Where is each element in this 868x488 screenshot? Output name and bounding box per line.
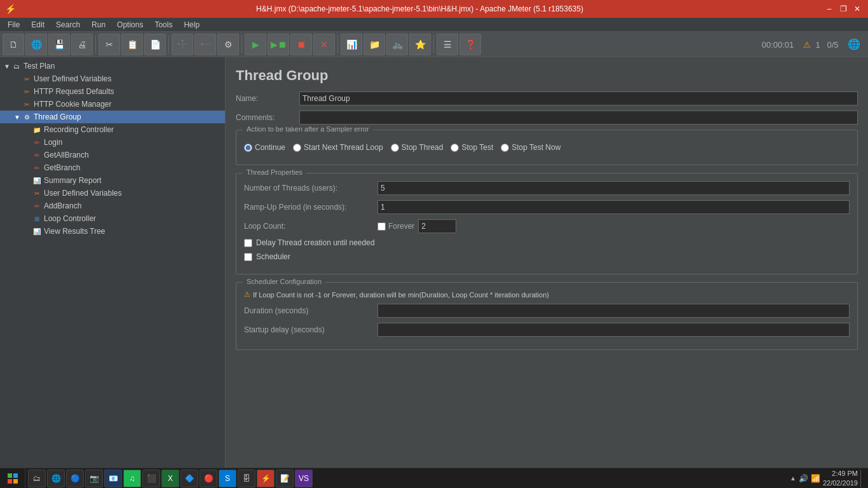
radio-stop-test-now[interactable]: Stop Test Now [501,143,560,152]
sidebar-label-getbranch: GetBranch [44,163,80,172]
paste-button[interactable]: 📄 [144,34,166,55]
sidebar-label-udv2: User Defined Variables [44,189,122,198]
menu-tools[interactable]: Tools [149,19,177,30]
toolbar-sep3 [241,36,242,53]
copy-button[interactable]: 📋 [121,34,143,55]
taskbar-jmeter[interactable]: ⚡ [257,470,275,487]
radio-stop-thread[interactable]: Stop Thread [391,143,444,152]
show-desktop[interactable] [860,470,863,487]
loop-count-row: Loop Count: Forever [244,219,850,233]
sidebar-item-get-all-branch[interactable]: ✏ GetAllBranch [0,149,225,161]
taskbar-apps: 🗂 🌐 🔵 📷 📧 ♫ ⬛ X 🔷 🔴 S 🗄 ⚡ 📝 VS [25,470,790,487]
sidebar-item-udv2[interactable]: ✂ User Defined Variables [0,187,225,200]
sidebar-item-thread-group[interactable]: ▼ ⚙ Thread Group [0,111,225,123]
minimize-button[interactable]: – [824,4,835,14]
sidebar-item-login[interactable]: ✏ Login [0,136,225,149]
save-as-button[interactable]: 🖨 [71,34,93,55]
remote-start-button[interactable]: 📊 [341,34,362,55]
menu-help[interactable]: Help [179,19,205,30]
taskbar-outlook[interactable]: 📧 [104,470,122,487]
menu-run[interactable]: Run [86,19,111,30]
delay-thread-label: Delay Thread creation until needed [256,238,375,247]
taskbar-vs[interactable]: VS [295,470,313,487]
toggle-test-plan[interactable]: ▼ [3,63,11,70]
shutdown-button[interactable]: ✕ [313,34,335,55]
loop-count-input[interactable] [418,219,456,233]
taskbar-skype[interactable]: S [219,470,236,487]
add-button[interactable]: ➕ [172,34,193,55]
scheduler-checkbox[interactable] [244,253,252,261]
restore-button[interactable]: ❐ [837,4,849,14]
duration-input[interactable] [377,304,850,318]
stop-button[interactable]: ⏹ [290,34,312,55]
sidebar-item-cookie-manager[interactable]: ✂ HTTP Cookie Manager [0,98,225,111]
getallbranch-icon: ✏ [32,150,42,160]
sidebar-item-add-branch[interactable]: ✏ AddBranch [0,200,225,212]
sidebar-item-view-results-tree[interactable]: 📊 View Results Tree [0,225,225,238]
remote-start-all-button[interactable]: 📁 [363,34,385,55]
menu-edit[interactable]: Edit [26,19,50,30]
sidebar-item-recording-controller[interactable]: 📁 Recording Controller [0,123,225,136]
radio-stop-test[interactable]: Stop Test [451,143,493,152]
delay-thread-checkbox[interactable] [244,239,252,247]
remove-button[interactable]: ➖ [194,34,216,55]
startup-delay-input[interactable] [377,323,850,337]
ramp-up-row: Ramp-Up Period (in seconds): [244,200,850,214]
save-button[interactable]: 💾 [48,34,70,55]
sidebar-item-get-branch[interactable]: ✏ GetBranch [0,161,225,174]
comments-input[interactable] [299,111,858,125]
remote-stop-button[interactable]: 🚲 [386,34,408,55]
taskbar-browser[interactable]: 🌐 [47,470,65,487]
start-menu-button[interactable] [0,468,25,489]
menu-options[interactable]: Options [112,19,148,30]
menu-file[interactable]: File [3,19,25,30]
taskbar-cmd[interactable]: ⬛ [142,470,160,487]
taskbar-spotify[interactable]: ♫ [123,470,141,487]
content-panel: Thread Group Name: Comments: Action to b… [226,57,868,468]
tray-network[interactable]: 📶 [811,474,820,483]
scheduler-row: Scheduler [244,252,850,261]
taskbar-files[interactable]: 🗄 [238,470,255,487]
sidebar-item-user-defined-vars[interactable]: ✂ User Defined Variables [0,72,225,85]
login-icon: ✏ [32,137,42,147]
taskbar-camera[interactable]: 📷 [85,470,103,487]
start-no-pause-button[interactable]: ▶⏹ [268,34,289,55]
template-button[interactable]: ☰ [437,34,458,55]
taskbar-chrome2[interactable]: 🔴 [200,470,217,487]
name-input[interactable] [299,92,858,105]
taskbar-chrome[interactable]: 🔵 [66,470,84,487]
new-button[interactable]: 🗋 [3,34,24,55]
system-tray: ▲ 🔊 📶 2:49 PM 22/02/2019 [790,469,868,487]
ramp-up-input[interactable] [377,200,850,214]
radio-start-next[interactable]: Start Next Thread Loop [293,143,383,152]
open-button[interactable]: 🌐 [25,34,47,55]
sidebar-item-test-plan[interactable]: ▼ 🗂 Test Plan [0,60,225,72]
help-button[interactable]: ❓ [459,34,481,55]
menu-search[interactable]: Search [51,19,85,30]
num-threads-input[interactable] [377,181,850,195]
settings-button[interactable]: ⚙ [217,34,239,55]
scheduler-config-box: Scheduler Configuration ⚠ If Loop Count … [236,282,858,350]
sidebar-label-summary: Summary Report [44,176,102,185]
num-threads-row: Number of Threads (users): [244,181,850,195]
title-bar: ⚡ H&H.jmx (D:\apache-jmeter-5.1\apache-j… [0,0,868,18]
taskbar-excel[interactable]: X [161,470,179,487]
taskbar-ie[interactable]: 🔷 [180,470,198,487]
sidebar-item-loop-controller[interactable]: ⊞ Loop Controller [0,212,225,225]
tray-up-icon[interactable]: ▲ [790,475,796,482]
sidebar-item-http-defaults[interactable]: ✂ HTTP Request Defaults [0,85,225,98]
error-action-radios: Continue Start Next Thread Loop Stop Thr… [244,138,850,157]
taskbar-notepad[interactable]: 📝 [276,470,294,487]
forever-checkbox[interactable] [377,222,386,231]
remote-stop-all-button[interactable]: ⭐ [409,34,431,55]
close-button[interactable]: ✕ [851,4,863,14]
toggle-thread-group[interactable]: ▼ [13,114,22,121]
radio-continue[interactable]: Continue [244,143,285,152]
taskbar-explorer[interactable]: 🗂 [28,470,46,487]
taskbar-clock[interactable]: 2:49 PM 22/02/2019 [823,469,858,487]
cut-button[interactable]: ✂ [98,34,120,55]
tray-volume[interactable]: 🔊 [799,474,808,483]
svg-rect-1 [13,473,18,478]
start-button[interactable]: ▶ [245,34,266,55]
sidebar-item-summary-report[interactable]: 📊 Summary Report [0,174,225,187]
